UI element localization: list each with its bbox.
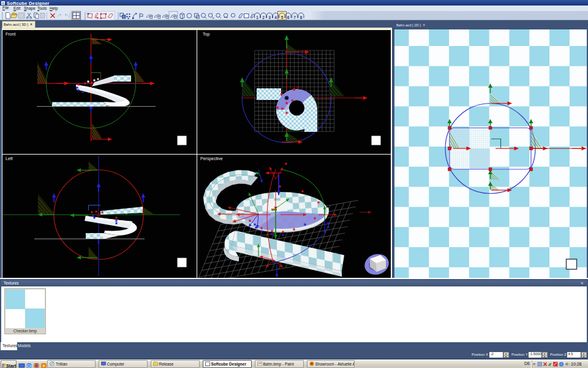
svg-text:Left: Left [6, 156, 13, 161]
svg-text:3: 3 [268, 15, 271, 19]
svg-text:2: 2 [262, 15, 265, 19]
svg-text:«: « [533, 361, 535, 367]
svg-text:6: 6 [287, 15, 290, 19]
svg-text:Front: Front [6, 32, 15, 36]
svg-text:8: 8 [300, 15, 303, 19]
svg-text:x: x [213, 15, 214, 19]
svg-text:5: 5 [281, 15, 284, 19]
svg-text:10:28: 10:28 [571, 362, 582, 366]
svg-text:4: 4 [274, 15, 277, 19]
svg-text:Perspective: Perspective [200, 156, 223, 161]
svg-text:1: 1 [256, 15, 258, 19]
svg-text:7: 7 [293, 15, 296, 19]
svg-text:Top: Top [203, 32, 209, 37]
svg-text:Start: Start [6, 363, 17, 368]
